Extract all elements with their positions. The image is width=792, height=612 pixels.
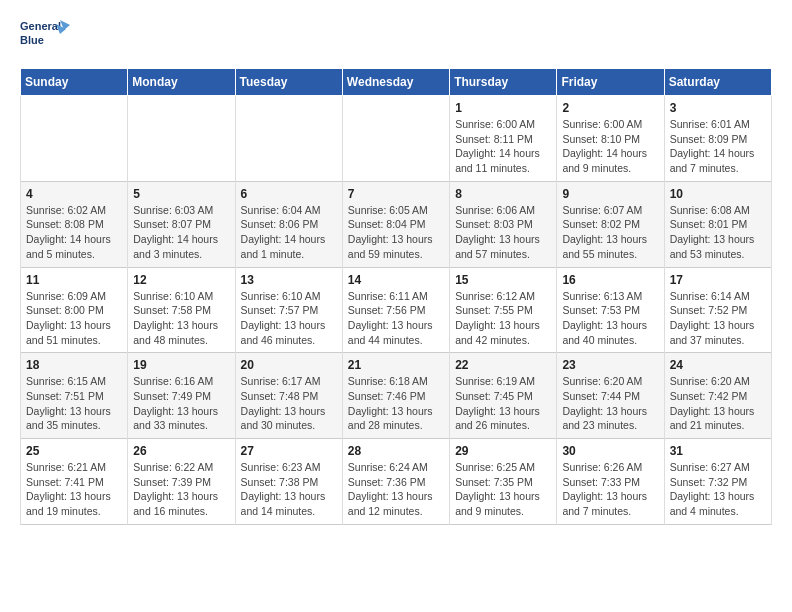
calendar-cell: 31Sunrise: 6:27 AM Sunset: 7:32 PM Dayli… xyxy=(664,439,771,525)
calendar-cell: 17Sunrise: 6:14 AM Sunset: 7:52 PM Dayli… xyxy=(664,267,771,353)
day-info: Sunrise: 6:15 AM Sunset: 7:51 PM Dayligh… xyxy=(26,374,122,433)
day-info: Sunrise: 6:00 AM Sunset: 8:10 PM Dayligh… xyxy=(562,117,658,176)
calendar-cell: 6Sunrise: 6:04 AM Sunset: 8:06 PM Daylig… xyxy=(235,181,342,267)
calendar-cell: 7Sunrise: 6:05 AM Sunset: 8:04 PM Daylig… xyxy=(342,181,449,267)
day-info: Sunrise: 6:10 AM Sunset: 7:57 PM Dayligh… xyxy=(241,289,337,348)
calendar-cell: 3Sunrise: 6:01 AM Sunset: 8:09 PM Daylig… xyxy=(664,96,771,182)
calendar-cell xyxy=(342,96,449,182)
day-info: Sunrise: 6:06 AM Sunset: 8:03 PM Dayligh… xyxy=(455,203,551,262)
day-info: Sunrise: 6:25 AM Sunset: 7:35 PM Dayligh… xyxy=(455,460,551,519)
day-number: 8 xyxy=(455,187,551,201)
day-number: 9 xyxy=(562,187,658,201)
calendar-cell: 20Sunrise: 6:17 AM Sunset: 7:48 PM Dayli… xyxy=(235,353,342,439)
day-number: 22 xyxy=(455,358,551,372)
day-number: 5 xyxy=(133,187,229,201)
day-number: 16 xyxy=(562,273,658,287)
day-number: 17 xyxy=(670,273,766,287)
day-number: 21 xyxy=(348,358,444,372)
calendar-cell xyxy=(235,96,342,182)
day-info: Sunrise: 6:13 AM Sunset: 7:53 PM Dayligh… xyxy=(562,289,658,348)
calendar-cell: 26Sunrise: 6:22 AM Sunset: 7:39 PM Dayli… xyxy=(128,439,235,525)
day-number: 13 xyxy=(241,273,337,287)
day-number: 6 xyxy=(241,187,337,201)
day-number: 26 xyxy=(133,444,229,458)
day-number: 10 xyxy=(670,187,766,201)
svg-text:Blue: Blue xyxy=(20,34,44,46)
calendar-cell: 12Sunrise: 6:10 AM Sunset: 7:58 PM Dayli… xyxy=(128,267,235,353)
calendar-cell: 28Sunrise: 6:24 AM Sunset: 7:36 PM Dayli… xyxy=(342,439,449,525)
day-number: 30 xyxy=(562,444,658,458)
calendar-cell: 14Sunrise: 6:11 AM Sunset: 7:56 PM Dayli… xyxy=(342,267,449,353)
day-info: Sunrise: 6:07 AM Sunset: 8:02 PM Dayligh… xyxy=(562,203,658,262)
day-number: 20 xyxy=(241,358,337,372)
week-row-3: 11Sunrise: 6:09 AM Sunset: 8:00 PM Dayli… xyxy=(21,267,772,353)
day-info: Sunrise: 6:10 AM Sunset: 7:58 PM Dayligh… xyxy=(133,289,229,348)
day-info: Sunrise: 6:00 AM Sunset: 8:11 PM Dayligh… xyxy=(455,117,551,176)
day-info: Sunrise: 6:24 AM Sunset: 7:36 PM Dayligh… xyxy=(348,460,444,519)
weekday-header-thursday: Thursday xyxy=(450,69,557,96)
weekday-header-sunday: Sunday xyxy=(21,69,128,96)
day-number: 25 xyxy=(26,444,122,458)
day-info: Sunrise: 6:14 AM Sunset: 7:52 PM Dayligh… xyxy=(670,289,766,348)
day-number: 18 xyxy=(26,358,122,372)
calendar-cell: 27Sunrise: 6:23 AM Sunset: 7:38 PM Dayli… xyxy=(235,439,342,525)
day-number: 29 xyxy=(455,444,551,458)
calendar-cell: 16Sunrise: 6:13 AM Sunset: 7:53 PM Dayli… xyxy=(557,267,664,353)
page-header: General Blue xyxy=(20,16,772,58)
weekday-header-saturday: Saturday xyxy=(664,69,771,96)
calendar-cell: 8Sunrise: 6:06 AM Sunset: 8:03 PM Daylig… xyxy=(450,181,557,267)
calendar-cell: 21Sunrise: 6:18 AM Sunset: 7:46 PM Dayli… xyxy=(342,353,449,439)
logo-bird-svg: General Blue xyxy=(20,16,70,58)
calendar-cell xyxy=(128,96,235,182)
week-row-1: 1Sunrise: 6:00 AM Sunset: 8:11 PM Daylig… xyxy=(21,96,772,182)
logo: General Blue xyxy=(20,16,70,58)
day-number: 11 xyxy=(26,273,122,287)
calendar-cell: 18Sunrise: 6:15 AM Sunset: 7:51 PM Dayli… xyxy=(21,353,128,439)
day-info: Sunrise: 6:05 AM Sunset: 8:04 PM Dayligh… xyxy=(348,203,444,262)
day-info: Sunrise: 6:18 AM Sunset: 7:46 PM Dayligh… xyxy=(348,374,444,433)
day-info: Sunrise: 6:04 AM Sunset: 8:06 PM Dayligh… xyxy=(241,203,337,262)
day-number: 15 xyxy=(455,273,551,287)
calendar-cell: 24Sunrise: 6:20 AM Sunset: 7:42 PM Dayli… xyxy=(664,353,771,439)
day-number: 23 xyxy=(562,358,658,372)
day-number: 4 xyxy=(26,187,122,201)
week-row-4: 18Sunrise: 6:15 AM Sunset: 7:51 PM Dayli… xyxy=(21,353,772,439)
day-info: Sunrise: 6:01 AM Sunset: 8:09 PM Dayligh… xyxy=(670,117,766,176)
weekday-header-tuesday: Tuesday xyxy=(235,69,342,96)
calendar-cell: 4Sunrise: 6:02 AM Sunset: 8:08 PM Daylig… xyxy=(21,181,128,267)
calendar-cell: 22Sunrise: 6:19 AM Sunset: 7:45 PM Dayli… xyxy=(450,353,557,439)
day-number: 2 xyxy=(562,101,658,115)
day-info: Sunrise: 6:08 AM Sunset: 8:01 PM Dayligh… xyxy=(670,203,766,262)
calendar-cell: 25Sunrise: 6:21 AM Sunset: 7:41 PM Dayli… xyxy=(21,439,128,525)
calendar-cell: 30Sunrise: 6:26 AM Sunset: 7:33 PM Dayli… xyxy=(557,439,664,525)
week-row-2: 4Sunrise: 6:02 AM Sunset: 8:08 PM Daylig… xyxy=(21,181,772,267)
day-info: Sunrise: 6:19 AM Sunset: 7:45 PM Dayligh… xyxy=(455,374,551,433)
calendar-cell xyxy=(21,96,128,182)
day-info: Sunrise: 6:16 AM Sunset: 7:49 PM Dayligh… xyxy=(133,374,229,433)
day-number: 31 xyxy=(670,444,766,458)
day-info: Sunrise: 6:20 AM Sunset: 7:42 PM Dayligh… xyxy=(670,374,766,433)
weekday-header-friday: Friday xyxy=(557,69,664,96)
calendar-cell: 1Sunrise: 6:00 AM Sunset: 8:11 PM Daylig… xyxy=(450,96,557,182)
day-info: Sunrise: 6:12 AM Sunset: 7:55 PM Dayligh… xyxy=(455,289,551,348)
weekday-header-row: SundayMondayTuesdayWednesdayThursdayFrid… xyxy=(21,69,772,96)
calendar-cell: 15Sunrise: 6:12 AM Sunset: 7:55 PM Dayli… xyxy=(450,267,557,353)
day-info: Sunrise: 6:11 AM Sunset: 7:56 PM Dayligh… xyxy=(348,289,444,348)
calendar-cell: 2Sunrise: 6:00 AM Sunset: 8:10 PM Daylig… xyxy=(557,96,664,182)
day-number: 24 xyxy=(670,358,766,372)
week-row-5: 25Sunrise: 6:21 AM Sunset: 7:41 PM Dayli… xyxy=(21,439,772,525)
calendar-cell: 19Sunrise: 6:16 AM Sunset: 7:49 PM Dayli… xyxy=(128,353,235,439)
day-info: Sunrise: 6:03 AM Sunset: 8:07 PM Dayligh… xyxy=(133,203,229,262)
day-info: Sunrise: 6:21 AM Sunset: 7:41 PM Dayligh… xyxy=(26,460,122,519)
day-number: 1 xyxy=(455,101,551,115)
calendar-cell: 9Sunrise: 6:07 AM Sunset: 8:02 PM Daylig… xyxy=(557,181,664,267)
weekday-header-monday: Monday xyxy=(128,69,235,96)
day-info: Sunrise: 6:17 AM Sunset: 7:48 PM Dayligh… xyxy=(241,374,337,433)
svg-text:General: General xyxy=(20,20,61,32)
day-number: 7 xyxy=(348,187,444,201)
day-number: 19 xyxy=(133,358,229,372)
calendar-table: SundayMondayTuesdayWednesdayThursdayFrid… xyxy=(20,68,772,525)
day-info: Sunrise: 6:23 AM Sunset: 7:38 PM Dayligh… xyxy=(241,460,337,519)
day-number: 27 xyxy=(241,444,337,458)
calendar-cell: 13Sunrise: 6:10 AM Sunset: 7:57 PM Dayli… xyxy=(235,267,342,353)
